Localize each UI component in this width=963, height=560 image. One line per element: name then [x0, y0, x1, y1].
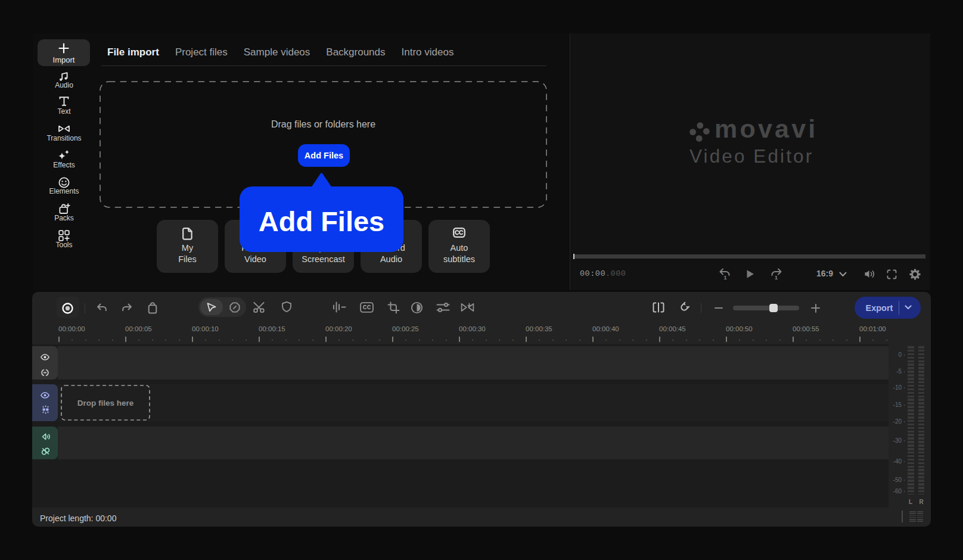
- svg-text:1: 1: [775, 275, 778, 280]
- svg-text:1: 1: [724, 275, 727, 280]
